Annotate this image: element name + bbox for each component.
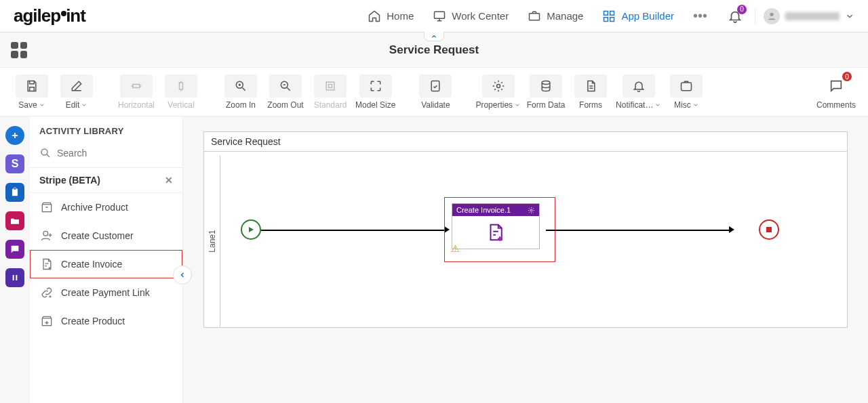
user-menu[interactable] [755, 8, 854, 24]
box-plus-icon [39, 314, 54, 328]
activity-label: Create Customer [61, 230, 134, 241]
svg-rect-16 [14, 188, 16, 190]
more-menu[interactable]: ••• [693, 8, 707, 24]
form-data-button[interactable]: Form Data [526, 75, 566, 110]
standard-button[interactable]: Standard [311, 75, 350, 110]
nav-manage[interactable]: Manage [528, 9, 583, 23]
rail-stripe-button[interactable]: S [5, 154, 24, 173]
misc-button[interactable]: Misc [667, 75, 706, 110]
swimlane-header[interactable]: Lane1 [204, 155, 220, 327]
comments-button[interactable]: 0 Comments [816, 75, 856, 110]
save-button[interactable]: Save [12, 75, 52, 110]
svg-rect-1 [530, 13, 540, 20]
nav-label: Home [387, 10, 414, 22]
search-icon [39, 147, 52, 159]
lane-label: Lane1 [208, 230, 217, 252]
nav-label: Work Center [452, 10, 509, 22]
user-name [785, 12, 840, 20]
arrowhead-icon [729, 226, 734, 233]
activity-create-customer[interactable]: Create Customer [30, 221, 182, 250]
link-plus-icon [39, 285, 54, 300]
svg-point-6 [770, 12, 773, 16]
rail-clipboard-button[interactable] [5, 183, 24, 202]
flow-area: Create Invoice.1 ⚠ [220, 155, 847, 327]
svg-point-14 [542, 81, 550, 85]
category-header: Stripe (BETA) ✕ [30, 168, 182, 193]
app-header: agilepint Home Work Center Manage App Bu… [0, 0, 868, 33]
rail-folder-button[interactable] [5, 211, 24, 230]
rail-add-button[interactable] [5, 126, 24, 145]
svg-rect-3 [610, 11, 614, 15]
connector-line [261, 230, 448, 231]
svg-rect-11 [326, 82, 334, 90]
nav-label: App Builder [621, 10, 674, 22]
activity-archive-product[interactable]: Archive Product [30, 193, 182, 221]
briefcase-icon [528, 9, 541, 23]
zoom-out-button[interactable]: Zoom Out [266, 75, 305, 110]
svg-rect-0 [435, 12, 445, 18]
zoom-in-button[interactable]: Zoom In [221, 75, 260, 110]
activity-label: Archive Product [61, 202, 128, 213]
svg-rect-20 [42, 205, 51, 212]
svg-point-13 [496, 85, 500, 88]
svg-rect-7 [133, 85, 140, 88]
gear-icon[interactable] [528, 207, 535, 214]
task-highlight-box: Create Invoice.1 ⚠ [444, 197, 555, 262]
svg-point-23 [530, 209, 532, 211]
svg-point-19 [41, 149, 47, 155]
apps-grid-button[interactable] [11, 42, 27, 58]
monitor-icon [433, 9, 446, 23]
model-size-button[interactable]: Model Size [355, 75, 395, 110]
process-canvas[interactable]: Service Request Lane1 Create Invoice.1 [203, 131, 848, 328]
activity-create-product[interactable]: Create Product [30, 307, 182, 335]
left-rail: S [0, 116, 30, 403]
notification-badge: 0 [737, 5, 747, 14]
activity-create-payment-link[interactable]: Create Payment Link [30, 278, 182, 307]
warning-icon: ⚠ [451, 243, 460, 254]
task-body: ⚠ [452, 216, 539, 249]
activity-label: Create Payment Link [61, 287, 150, 298]
notifications-button[interactable]: 0 [728, 9, 743, 24]
page-title: Service Request [389, 43, 479, 57]
notifications-button[interactable]: Notificat… [616, 75, 661, 110]
horizontal-button[interactable]: Horizontal [117, 75, 156, 110]
close-category-button[interactable]: ✕ [165, 175, 173, 186]
canvas-area: Service Request Lane1 Create Invoice.1 [183, 116, 868, 403]
canvas-title: Service Request [204, 132, 847, 152]
vertical-button[interactable]: Vertical [161, 75, 201, 110]
nav-home[interactable]: Home [368, 9, 414, 23]
svg-rect-17 [13, 275, 14, 280]
rail-chat-button[interactable] [5, 240, 24, 259]
activity-library-sidebar: ACTIVITY LIBRARY Stripe (BETA) ✕ Archive… [30, 116, 183, 403]
logo: agilepint [14, 5, 85, 26]
search-row [30, 143, 182, 168]
svg-rect-5 [610, 17, 614, 21]
activity-label: Create Product [61, 316, 125, 326]
nav-app-builder[interactable]: App Builder [602, 9, 674, 23]
top-nav: Home Work Center Manage App Builder ••• [368, 8, 707, 24]
properties-button[interactable]: Properties [475, 75, 521, 110]
end-node[interactable] [759, 219, 779, 240]
collapse-up-button[interactable] [424, 32, 444, 41]
nav-work-center[interactable]: Work Center [433, 9, 509, 23]
task-title: Create Invoice.1 [456, 206, 511, 214]
svg-rect-18 [16, 275, 17, 280]
task-create-invoice[interactable]: Create Invoice.1 ⚠ [452, 203, 540, 249]
svg-rect-4 [604, 17, 608, 21]
search-input[interactable] [57, 148, 176, 158]
forms-button[interactable]: Forms [571, 75, 610, 110]
chevron-down-icon [845, 12, 854, 21]
subheader: Service Request [0, 33, 868, 68]
svg-rect-2 [604, 11, 608, 15]
home-icon [368, 9, 381, 23]
rail-pause-button[interactable] [5, 268, 24, 287]
edit-button[interactable]: Edit [57, 75, 96, 110]
validate-button[interactable]: Validate [416, 75, 455, 110]
svg-rect-8 [180, 83, 183, 89]
category-label: Stripe (BETA) [39, 175, 100, 186]
task-header: Create Invoice.1 [452, 204, 539, 216]
activity-create-invoice[interactable]: Create Invoice [30, 250, 182, 278]
start-node[interactable] [241, 219, 261, 240]
sidebar-title: ACTIVITY LIBRARY [30, 116, 182, 143]
collapse-sidebar-button[interactable] [173, 266, 192, 284]
